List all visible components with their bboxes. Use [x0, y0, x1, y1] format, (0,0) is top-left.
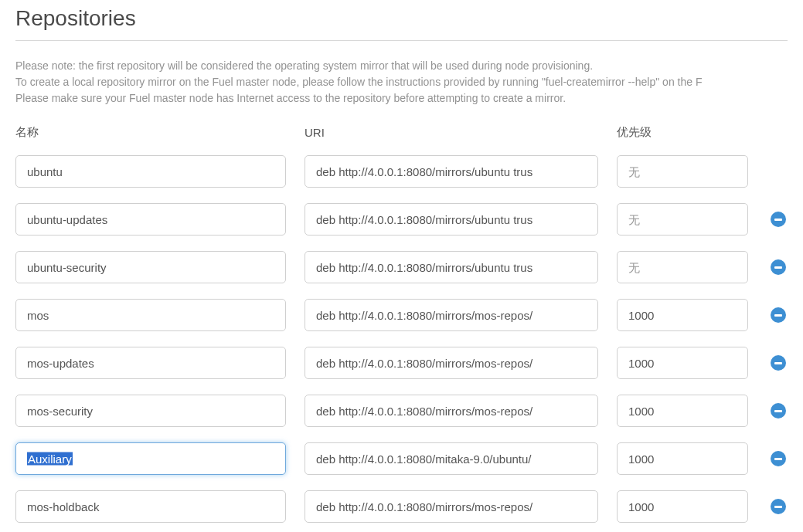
repo-name-input[interactable] [15, 203, 286, 236]
remove-row-button[interactable] [771, 451, 786, 466]
help-text-line: To create a local repository mirror on t… [15, 74, 788, 90]
remove-row-button[interactable] [771, 403, 786, 418]
header-name: 名称 [15, 125, 286, 140]
repo-uri-input[interactable] [305, 299, 598, 331]
remove-row-button[interactable] [771, 212, 786, 227]
repo-priority-input[interactable] [617, 347, 748, 379]
repo-name-input[interactable] [15, 442, 286, 475]
table-row [15, 347, 788, 379]
repo-priority-input[interactable] [617, 395, 748, 427]
help-text-line: Please make sure your Fuel master node h… [15, 90, 788, 107]
repo-name-input[interactable] [15, 395, 286, 427]
table-row [15, 251, 788, 283]
page-title: Repositories [15, 0, 788, 41]
repo-name-input[interactable] [15, 347, 286, 379]
table-row [15, 395, 788, 427]
table-row [15, 490, 788, 523]
repo-priority-input[interactable] [617, 251, 748, 283]
remove-row-button[interactable] [771, 499, 786, 514]
repo-uri-input[interactable] [305, 203, 598, 236]
repo-uri-input[interactable] [305, 347, 598, 379]
remove-row-button[interactable] [771, 259, 786, 275]
help-text-line: Please note: the first repository will b… [15, 58, 788, 74]
repo-priority-input[interactable] [617, 490, 748, 523]
repo-uri-input[interactable] [305, 251, 598, 283]
grid-header: 名称 URI 优先级 [15, 125, 788, 140]
repo-uri-input[interactable] [305, 395, 598, 427]
repo-name-input[interactable] [15, 155, 286, 188]
repo-priority-input[interactable] [617, 155, 748, 188]
repo-priority-input[interactable] [617, 203, 748, 236]
help-text: Please note: the first repository will b… [15, 58, 788, 107]
repo-priority-input[interactable] [617, 299, 748, 331]
remove-row-button[interactable] [771, 307, 786, 323]
table-row: Auxiliary [15, 442, 788, 475]
repo-name-input[interactable] [15, 299, 286, 331]
table-row [15, 299, 788, 331]
header-uri: URI [305, 126, 598, 139]
repo-uri-input[interactable] [305, 490, 598, 523]
remove-row-button[interactable] [771, 355, 786, 371]
table-row [15, 203, 788, 236]
table-row [15, 155, 788, 188]
repo-name-input[interactable] [15, 251, 286, 283]
repositories-grid: 名称 URI 优先级 Auxiliary [15, 125, 788, 523]
repo-uri-input[interactable] [305, 155, 598, 188]
header-priority: 优先级 [617, 125, 748, 140]
repo-priority-input[interactable] [617, 442, 748, 475]
repo-name-input[interactable] [15, 490, 286, 523]
repo-uri-input[interactable] [305, 442, 598, 475]
